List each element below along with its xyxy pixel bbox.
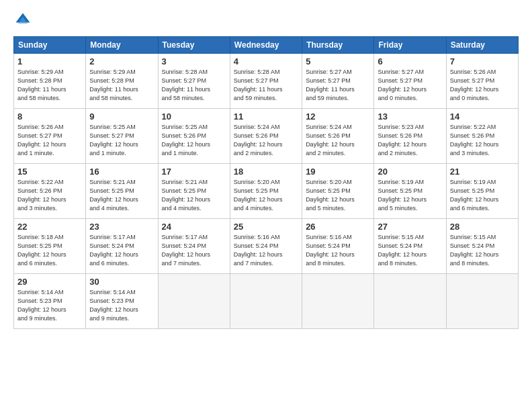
calendar-week-1: 1Sunrise: 5:29 AM Sunset: 5:28 PM Daylig… bbox=[14, 54, 519, 109]
day-number: 11 bbox=[234, 111, 298, 122]
day-number: 9 bbox=[89, 111, 154, 122]
day-info: Sunrise: 5:29 AM Sunset: 5:28 PM Dayligh… bbox=[89, 68, 154, 103]
calendar-cell bbox=[446, 274, 518, 329]
calendar-cell: 9Sunrise: 5:25 AM Sunset: 5:27 PM Daylig… bbox=[86, 109, 158, 164]
calendar-week-5: 29Sunrise: 5:14 AM Sunset: 5:23 PM Dayli… bbox=[14, 274, 519, 329]
calendar-cell: 11Sunrise: 5:24 AM Sunset: 5:26 PM Dayli… bbox=[230, 109, 302, 164]
day-info: Sunrise: 5:23 AM Sunset: 5:26 PM Dayligh… bbox=[378, 123, 442, 158]
day-number: 3 bbox=[162, 56, 226, 66]
weekday-header-monday: Monday bbox=[86, 37, 158, 54]
day-number: 28 bbox=[450, 222, 515, 232]
day-info: Sunrise: 5:14 AM Sunset: 5:23 PM Dayligh… bbox=[89, 288, 154, 323]
calendar-cell: 14Sunrise: 5:22 AM Sunset: 5:26 PM Dayli… bbox=[446, 109, 518, 164]
calendar-cell: 4Sunrise: 5:28 AM Sunset: 5:27 PM Daylig… bbox=[230, 54, 302, 109]
day-info: Sunrise: 5:14 AM Sunset: 5:23 PM Dayligh… bbox=[17, 288, 82, 323]
weekday-header-friday: Friday bbox=[374, 37, 446, 54]
day-number: 2 bbox=[89, 56, 154, 66]
day-info: Sunrise: 5:26 AM Sunset: 5:27 PM Dayligh… bbox=[450, 68, 515, 103]
day-info: Sunrise: 5:25 AM Sunset: 5:26 PM Dayligh… bbox=[162, 123, 226, 158]
day-number: 1 bbox=[17, 56, 82, 66]
day-info: Sunrise: 5:19 AM Sunset: 5:25 PM Dayligh… bbox=[450, 178, 515, 213]
calendar-cell bbox=[374, 274, 446, 329]
calendar-cell: 15Sunrise: 5:22 AM Sunset: 5:26 PM Dayli… bbox=[14, 164, 86, 219]
calendar-week-2: 8Sunrise: 5:26 AM Sunset: 5:27 PM Daylig… bbox=[14, 109, 519, 164]
day-info: Sunrise: 5:28 AM Sunset: 5:27 PM Dayligh… bbox=[234, 68, 298, 103]
weekday-header-saturday: Saturday bbox=[446, 37, 518, 54]
day-number: 5 bbox=[306, 56, 370, 66]
day-number: 13 bbox=[378, 111, 442, 122]
calendar-cell: 7Sunrise: 5:26 AM Sunset: 5:27 PM Daylig… bbox=[446, 54, 518, 109]
day-number: 4 bbox=[234, 56, 298, 66]
header bbox=[13, 11, 519, 30]
day-number: 21 bbox=[450, 167, 515, 177]
day-info: Sunrise: 5:22 AM Sunset: 5:26 PM Dayligh… bbox=[450, 123, 515, 158]
day-info: Sunrise: 5:26 AM Sunset: 5:27 PM Dayligh… bbox=[17, 123, 82, 158]
calendar-cell bbox=[158, 274, 230, 329]
calendar-cell bbox=[302, 274, 374, 329]
day-info: Sunrise: 5:16 AM Sunset: 5:24 PM Dayligh… bbox=[306, 233, 370, 268]
day-number: 23 bbox=[89, 222, 154, 232]
calendar-cell: 25Sunrise: 5:16 AM Sunset: 5:24 PM Dayli… bbox=[230, 219, 302, 274]
day-number: 17 bbox=[162, 167, 226, 177]
calendar-cell: 1Sunrise: 5:29 AM Sunset: 5:28 PM Daylig… bbox=[14, 54, 86, 109]
calendar-cell: 17Sunrise: 5:21 AM Sunset: 5:25 PM Dayli… bbox=[158, 164, 230, 219]
day-info: Sunrise: 5:27 AM Sunset: 5:27 PM Dayligh… bbox=[378, 68, 442, 103]
day-number: 15 bbox=[17, 167, 82, 177]
calendar-page: SundayMondayTuesdayWednesdayThursdayFrid… bbox=[0, 0, 532, 411]
weekday-header-tuesday: Tuesday bbox=[158, 37, 230, 54]
day-info: Sunrise: 5:21 AM Sunset: 5:25 PM Dayligh… bbox=[89, 178, 154, 213]
day-number: 7 bbox=[450, 56, 515, 66]
calendar-cell: 5Sunrise: 5:27 AM Sunset: 5:27 PM Daylig… bbox=[302, 54, 374, 109]
day-number: 18 bbox=[234, 167, 298, 177]
day-number: 16 bbox=[89, 167, 154, 177]
day-info: Sunrise: 5:15 AM Sunset: 5:24 PM Dayligh… bbox=[378, 233, 442, 268]
calendar-cell: 21Sunrise: 5:19 AM Sunset: 5:25 PM Dayli… bbox=[446, 164, 518, 219]
calendar-cell bbox=[230, 274, 302, 329]
day-number: 24 bbox=[162, 222, 226, 232]
calendar-cell: 10Sunrise: 5:25 AM Sunset: 5:26 PM Dayli… bbox=[158, 109, 230, 164]
day-number: 19 bbox=[306, 167, 370, 177]
day-number: 22 bbox=[17, 222, 82, 232]
calendar-cell: 19Sunrise: 5:20 AM Sunset: 5:25 PM Dayli… bbox=[302, 164, 374, 219]
calendar-cell: 20Sunrise: 5:19 AM Sunset: 5:25 PM Dayli… bbox=[374, 164, 446, 219]
day-info: Sunrise: 5:25 AM Sunset: 5:27 PM Dayligh… bbox=[89, 123, 154, 158]
calendar-week-3: 15Sunrise: 5:22 AM Sunset: 5:26 PM Dayli… bbox=[14, 164, 519, 219]
day-number: 12 bbox=[306, 111, 370, 122]
weekday-header-sunday: Sunday bbox=[14, 37, 86, 54]
day-info: Sunrise: 5:21 AM Sunset: 5:25 PM Dayligh… bbox=[162, 178, 226, 213]
calendar-cell: 27Sunrise: 5:15 AM Sunset: 5:24 PM Dayli… bbox=[374, 219, 446, 274]
calendar-cell: 13Sunrise: 5:23 AM Sunset: 5:26 PM Dayli… bbox=[374, 109, 446, 164]
calendar-cell: 26Sunrise: 5:16 AM Sunset: 5:24 PM Dayli… bbox=[302, 219, 374, 274]
day-info: Sunrise: 5:22 AM Sunset: 5:26 PM Dayligh… bbox=[17, 178, 82, 213]
weekday-header-wednesday: Wednesday bbox=[230, 37, 302, 54]
day-number: 10 bbox=[162, 111, 226, 122]
calendar-cell: 28Sunrise: 5:15 AM Sunset: 5:24 PM Dayli… bbox=[446, 219, 518, 274]
calendar-cell: 24Sunrise: 5:17 AM Sunset: 5:24 PM Dayli… bbox=[158, 219, 230, 274]
day-number: 8 bbox=[17, 111, 82, 122]
day-number: 27 bbox=[378, 222, 442, 232]
calendar-cell: 3Sunrise: 5:28 AM Sunset: 5:27 PM Daylig… bbox=[158, 54, 230, 109]
calendar-cell: 12Sunrise: 5:24 AM Sunset: 5:26 PM Dayli… bbox=[302, 109, 374, 164]
calendar-cell: 30Sunrise: 5:14 AM Sunset: 5:23 PM Dayli… bbox=[86, 274, 158, 329]
day-number: 30 bbox=[89, 277, 154, 287]
day-number: 29 bbox=[17, 277, 82, 287]
day-number: 26 bbox=[306, 222, 370, 232]
calendar-cell: 22Sunrise: 5:18 AM Sunset: 5:25 PM Dayli… bbox=[14, 219, 86, 274]
calendar-week-4: 22Sunrise: 5:18 AM Sunset: 5:25 PM Dayli… bbox=[14, 219, 519, 274]
day-info: Sunrise: 5:28 AM Sunset: 5:27 PM Dayligh… bbox=[162, 68, 226, 103]
calendar-body: 1Sunrise: 5:29 AM Sunset: 5:28 PM Daylig… bbox=[14, 54, 519, 329]
calendar-cell: 23Sunrise: 5:17 AM Sunset: 5:24 PM Dayli… bbox=[86, 219, 158, 274]
calendar-cell: 8Sunrise: 5:26 AM Sunset: 5:27 PM Daylig… bbox=[14, 109, 86, 164]
day-number: 14 bbox=[450, 111, 515, 122]
weekday-header-thursday: Thursday bbox=[302, 37, 374, 54]
day-info: Sunrise: 5:29 AM Sunset: 5:28 PM Dayligh… bbox=[17, 68, 82, 103]
calendar-cell: 16Sunrise: 5:21 AM Sunset: 5:25 PM Dayli… bbox=[86, 164, 158, 219]
day-number: 6 bbox=[378, 56, 442, 66]
day-info: Sunrise: 5:17 AM Sunset: 5:24 PM Dayligh… bbox=[89, 233, 154, 268]
day-info: Sunrise: 5:20 AM Sunset: 5:25 PM Dayligh… bbox=[306, 178, 370, 213]
day-info: Sunrise: 5:24 AM Sunset: 5:26 PM Dayligh… bbox=[234, 123, 298, 158]
calendar-cell: 6Sunrise: 5:27 AM Sunset: 5:27 PM Daylig… bbox=[374, 54, 446, 109]
day-info: Sunrise: 5:24 AM Sunset: 5:26 PM Dayligh… bbox=[306, 123, 370, 158]
calendar-cell: 29Sunrise: 5:14 AM Sunset: 5:23 PM Dayli… bbox=[14, 274, 86, 329]
calendar-cell: 2Sunrise: 5:29 AM Sunset: 5:28 PM Daylig… bbox=[86, 54, 158, 109]
